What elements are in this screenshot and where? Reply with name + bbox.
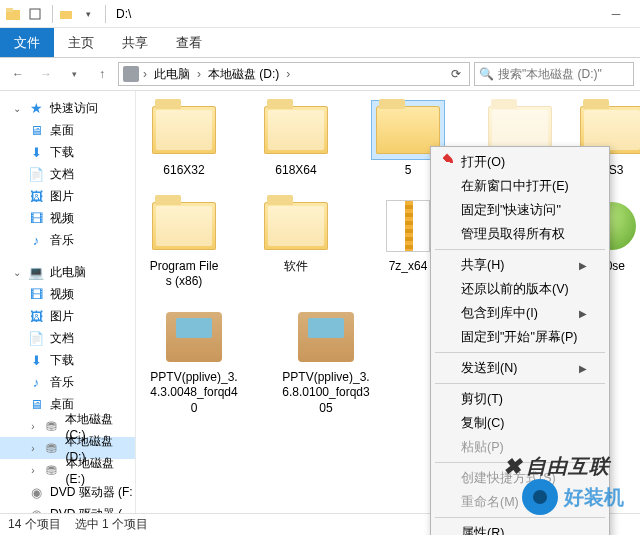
forward-button[interactable]: →	[34, 62, 58, 86]
tree-this-pc[interactable]: ⌄ 💻 此电脑	[0, 261, 135, 283]
download-icon: ⬇	[28, 352, 44, 368]
address-box[interactable]: › 此电脑 › 本地磁盘 (D:) › ⟳	[118, 62, 470, 86]
ctx-label: 固定到"快速访问"	[461, 202, 561, 219]
tab-view[interactable]: 查看	[162, 28, 216, 57]
tree-dvd-g[interactable]: ◉DVD 驱动器 (	[0, 503, 135, 513]
drive-icon: ⛃	[44, 462, 60, 478]
tree-label: 下载	[50, 144, 74, 161]
tree-downloads[interactable]: ⬇下载	[0, 141, 135, 163]
item-label: 5	[405, 163, 412, 179]
tree-videos[interactable]: 🎞视频	[0, 207, 135, 229]
video-icon: 🎞	[28, 286, 44, 302]
expand-icon[interactable]: ›	[28, 465, 38, 476]
tree-pc-documents[interactable]: 📄文档	[0, 327, 135, 349]
ctx-properties[interactable]: 属性(R)	[433, 521, 607, 535]
ctx-send-to[interactable]: 发送到(N)▶	[433, 356, 607, 380]
tree-label: 下载	[50, 352, 74, 369]
search-input[interactable]: 🔍 搜索"本地磁盘 (D:)"	[474, 62, 634, 86]
x-icon: ✖	[503, 454, 522, 480]
tree-drive-e[interactable]: ›⛃本地磁盘 (E:)	[0, 459, 135, 481]
ctx-label: 发送到(N)	[461, 360, 517, 377]
ctx-cut[interactable]: 剪切(T)	[433, 387, 607, 411]
tree-pc-music[interactable]: ♪音乐	[0, 371, 135, 393]
tree-label: 桌面	[50, 122, 74, 139]
music-icon: ♪	[28, 374, 44, 390]
tree-label: 文档	[50, 166, 74, 183]
tree-quick-access[interactable]: ⌄ ★ 快速访问	[0, 97, 135, 119]
ribbon-tabs: 文件 主页 共享 查看	[0, 28, 640, 58]
tree-label: 视频	[50, 286, 74, 303]
expand-icon[interactable]: ›	[28, 421, 38, 432]
ctx-pin-to-start[interactable]: 固定到"开始"屏幕(P)	[433, 325, 607, 349]
tree-label: 音乐	[50, 374, 74, 391]
ctx-label: 打开(O)	[461, 154, 505, 171]
picture-icon: 🖼	[28, 188, 44, 204]
breadcrumb-current[interactable]: 本地磁盘 (D:)	[205, 64, 282, 85]
qat-dropdown-icon[interactable]: ▾	[79, 5, 97, 23]
folder-item[interactable]: Program Files (x86)	[148, 197, 220, 290]
app-icon	[4, 5, 22, 23]
ctx-include-in-library[interactable]: 包含到库中(I)▶	[433, 301, 607, 325]
ctx-copy[interactable]: 复制(C)	[433, 411, 607, 435]
video-icon: 🎞	[28, 210, 44, 226]
address-bar: ← → ▾ ↑ › 此电脑 › 本地磁盘 (D:) › ⟳ 🔍 搜索"本地磁盘 …	[0, 58, 640, 90]
refresh-dropdown-icon[interactable]: ⟳	[447, 67, 465, 81]
music-icon: ♪	[28, 232, 44, 248]
ctx-open[interactable]: 打开(O)	[433, 150, 607, 174]
tree-label: 本地磁盘 (E:)	[66, 455, 135, 486]
ctx-take-ownership[interactable]: 管理员取得所有权	[433, 222, 607, 246]
status-total: 14 个项目	[8, 516, 61, 533]
tree-desktop[interactable]: 🖥桌面	[0, 119, 135, 141]
ctx-label: 管理员取得所有权	[461, 226, 565, 243]
document-icon: 📄	[28, 166, 44, 182]
svg-rect-3	[60, 11, 72, 19]
breadcrumb-root[interactable]: 此电脑	[151, 64, 193, 85]
ctx-pin-quick-access[interactable]: 固定到"快速访问"	[433, 198, 607, 222]
drive-icon: ⛃	[44, 440, 60, 456]
qat-folder-icon[interactable]	[57, 5, 75, 23]
item-label: 618X64	[275, 163, 316, 179]
tab-file[interactable]: 文件	[0, 28, 54, 57]
folder-item[interactable]: 软件	[260, 197, 332, 290]
ctx-share[interactable]: 共享(H)▶	[433, 253, 607, 277]
status-selected: 选中 1 个项目	[75, 516, 148, 533]
ctx-open-new-window[interactable]: 在新窗口中打开(E)	[433, 174, 607, 198]
chevron-right-icon[interactable]: ›	[286, 67, 290, 81]
qat-properties-icon[interactable]	[26, 5, 44, 23]
item-label: PPTV(pplive)_3.6.8.0100_forqd305	[280, 370, 372, 417]
tree-documents[interactable]: 📄文档	[0, 163, 135, 185]
ctx-separator	[435, 249, 605, 250]
recent-dropdown[interactable]: ▾	[62, 62, 86, 86]
expand-icon[interactable]: ›	[28, 443, 38, 454]
file-item[interactable]: PPTV(pplive)_3.6.8.0100_forqd305	[280, 308, 372, 417]
chevron-right-icon[interactable]: ›	[197, 67, 201, 81]
tree-pc-videos[interactable]: 🎞视频	[0, 283, 135, 305]
minimize-button[interactable]: ─	[596, 2, 636, 26]
tree-label: 此电脑	[50, 264, 86, 281]
tree-pictures[interactable]: 🖼图片	[0, 185, 135, 207]
tree-label: 视频	[50, 210, 74, 227]
tab-share[interactable]: 共享	[108, 28, 162, 57]
back-button[interactable]: ←	[6, 62, 30, 86]
tree-dvd-f[interactable]: ◉DVD 驱动器 (F:	[0, 481, 135, 503]
tree-label: 图片	[50, 188, 74, 205]
drive-icon	[123, 66, 139, 82]
tree-music[interactable]: ♪音乐	[0, 229, 135, 251]
tree-pc-pictures[interactable]: 🖼图片	[0, 305, 135, 327]
chevron-right-icon[interactable]: ›	[143, 67, 147, 81]
tree-label: 快速访问	[50, 100, 98, 117]
folder-item[interactable]: 616X32	[148, 101, 220, 179]
ctx-restore-previous[interactable]: 还原以前的版本(V)	[433, 277, 607, 301]
tree-label: 图片	[50, 308, 74, 325]
folder-item[interactable]: 618X64	[260, 101, 332, 179]
tree-pc-downloads[interactable]: ⬇下载	[0, 349, 135, 371]
file-item[interactable]: PPTV(pplive)_3.4.3.0048_forqd40	[148, 308, 240, 417]
expand-icon[interactable]: ⌄	[12, 103, 22, 114]
item-label: 软件	[284, 259, 308, 275]
item-label: 616X32	[163, 163, 204, 179]
up-button[interactable]: ↑	[90, 62, 114, 86]
nav-tree[interactable]: ⌄ ★ 快速访问 🖥桌面 ⬇下载 📄文档 🖼图片 🎞视频 ♪音乐 ⌄ 💻 此电脑…	[0, 91, 136, 513]
ctx-label: 粘贴(P)	[461, 439, 504, 456]
tab-home[interactable]: 主页	[54, 28, 108, 57]
expand-icon[interactable]: ⌄	[12, 267, 22, 278]
